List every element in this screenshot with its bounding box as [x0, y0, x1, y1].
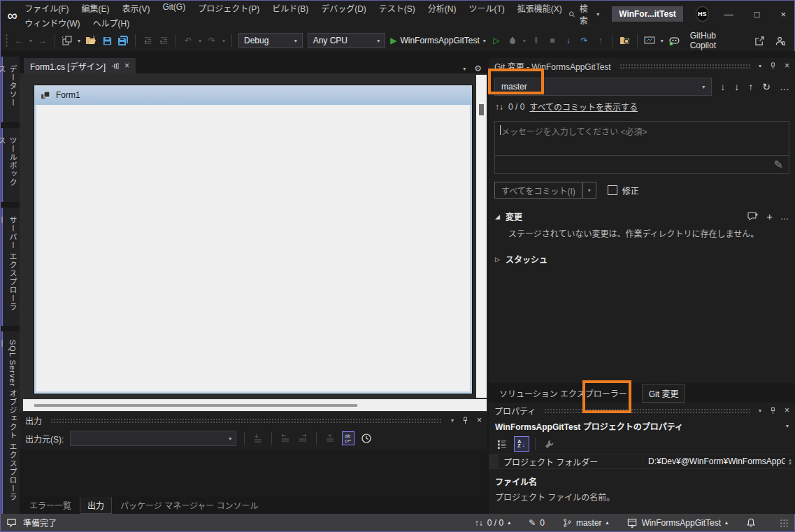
save-all-button[interactable] — [117, 34, 129, 48]
start-debugging-button[interactable]: ▶ WinFormsAppGitTest ▾ — [390, 36, 486, 45]
panel-drag-grip[interactable] — [544, 408, 750, 413]
undo-caret-icon[interactable]: ▾ — [199, 38, 201, 44]
amend-checkbox[interactable] — [608, 185, 617, 195]
fetch-button[interactable]: ↓ — [720, 81, 725, 92]
designer-vertical-scrollbar[interactable] — [476, 75, 487, 398]
step-out-button[interactable]: ↑ — [595, 34, 606, 48]
solution-configuration-dropdown[interactable]: Debug ▾ — [238, 33, 303, 48]
goto-message-icon[interactable] — [252, 431, 264, 445]
start-without-debugging-button[interactable]: ▷ — [491, 34, 502, 48]
feedback-bubble-icon[interactable] — [6, 518, 17, 528]
editor-settings-gear-icon[interactable]: ⚙ — [474, 64, 482, 73]
solution-platform-dropdown[interactable]: Any CPU ▾ — [308, 33, 386, 48]
property-pages-wrench-button[interactable] — [541, 436, 557, 452]
properties-object-dropdown[interactable]: WinFormsAppGitTest プロジェクトのプロパティ ▾ — [489, 418, 795, 434]
stop-button[interactable]: ■ — [547, 34, 558, 48]
commit-all-caret-icon[interactable]: ▾ — [582, 182, 596, 199]
status-current-branch[interactable]: master ▴ — [563, 518, 609, 528]
output-pin-icon[interactable] — [461, 417, 469, 424]
unindent-button[interactable] — [142, 34, 153, 48]
sidebar-tab-data-sources[interactable]: データソース — [1, 57, 20, 122]
status-sync-commits[interactable]: ↑↓ 0 / 0 ▴ — [475, 518, 510, 528]
search-box[interactable]: 検索 ▾ — [568, 2, 599, 26]
new-project-button[interactable] — [62, 34, 73, 48]
amend-checkbox-group[interactable]: 修正 — [608, 185, 639, 196]
menu-extensions[interactable]: 拡張機能(X) — [511, 1, 568, 15]
property-row-project-folder[interactable]: プロジェクト フォルダー D:¥Dev¥@WinForm¥WinFormsApp… — [489, 454, 795, 469]
step-over-button[interactable]: ↷ — [579, 34, 590, 48]
word-wrap-toggle[interactable]: ab c↵ — [342, 431, 354, 445]
status-pending-edits[interactable]: ✎ 0 — [529, 518, 545, 528]
menu-test[interactable]: テスト(S) — [373, 1, 422, 15]
document-tab-form1-designer[interactable]: Form1.cs [デザイン] × — [24, 58, 136, 73]
pause-button[interactable]: ‖ — [531, 34, 542, 48]
property-value-cell[interactable]: D:¥Dev¥@WinForm¥WinFormsAppGit — [643, 456, 785, 466]
feedback-icon[interactable] — [775, 34, 786, 48]
properties-close-icon[interactable]: × — [785, 405, 789, 415]
status-repository[interactable]: WinFormsAppGitTest ▴ — [627, 518, 728, 528]
undo-button[interactable]: ↶ — [182, 34, 194, 48]
output-text-area[interactable] — [20, 449, 487, 497]
navigate-back-button[interactable]: ← — [13, 34, 24, 48]
changes-section-header[interactable]: ◢ 変更 + … — [495, 210, 789, 222]
designer-horizontal-scrollbar[interactable] — [23, 399, 487, 411]
panel-drag-grip[interactable] — [50, 418, 443, 423]
changes-more-actions-icon[interactable]: … — [780, 212, 789, 222]
menu-view[interactable]: 表示(V) — [116, 1, 157, 15]
share-icon[interactable] — [754, 34, 765, 48]
indent-button[interactable] — [158, 34, 169, 48]
live-visual-tree-button[interactable] — [644, 34, 656, 48]
copilot-review-icon[interactable] — [747, 212, 759, 222]
categorized-view-button[interactable] — [494, 436, 510, 452]
push-button[interactable]: ↑ — [748, 81, 753, 92]
step-into-button[interactable]: ↓ — [563, 34, 574, 48]
output-close-icon[interactable]: × — [477, 415, 482, 425]
commit-all-button[interactable]: すべてをコミット(I) ▾ — [494, 182, 596, 199]
tab-output[interactable]: 出力 — [80, 497, 112, 514]
document-list-caret-icon[interactable]: ▾ — [463, 66, 466, 72]
alphabetical-sort-button[interactable]: A Z ↓ — [514, 436, 529, 452]
clear-all-icon[interactable] — [324, 431, 336, 445]
new-project-caret-icon[interactable]: ▾ — [78, 38, 80, 44]
property-grid-scrollbar[interactable]: ▴ ▾ — [785, 458, 795, 465]
notifications-bell-icon[interactable] — [746, 517, 756, 528]
output-window-menu-caret-icon[interactable]: ▾ — [451, 417, 454, 424]
commit-message-box[interactable]: メッセージを入力してください <必須> ✎ — [494, 121, 789, 174]
generate-commit-message-icon[interactable]: ✎ — [774, 158, 783, 171]
hot-reload-caret-icon[interactable]: ▾ — [523, 38, 526, 44]
close-button[interactable]: × — [780, 9, 786, 20]
properties-menu-caret-icon[interactable]: ▾ — [759, 408, 761, 414]
next-message-icon[interactable] — [297, 431, 308, 445]
stash-collapsed-icon[interactable]: ▷ — [495, 256, 500, 263]
tab-error-list[interactable]: エラー一覧 — [22, 497, 78, 513]
navigate-forward-button[interactable]: → — [37, 34, 48, 48]
user-avatar[interactable]: HS — [696, 6, 709, 22]
toolbar-grip[interactable] — [5, 34, 8, 48]
stash-section-header[interactable]: ▷ スタッシュ — [489, 239, 795, 279]
pin-icon[interactable] — [111, 62, 119, 70]
git-close-icon[interactable]: × — [785, 61, 789, 71]
menu-project[interactable]: プロジェクト(P) — [192, 1, 266, 15]
git-window-menu-caret-icon[interactable]: ▾ — [759, 63, 761, 69]
output-source-dropdown[interactable]: ▾ — [70, 431, 236, 446]
menu-debug[interactable]: デバッグ(D) — [315, 1, 373, 15]
branch-selector-dropdown[interactable]: master ▾ — [494, 78, 712, 96]
stage-all-icon[interactable]: + — [766, 210, 773, 222]
sidebar-tab-server-explorer[interactable]: サーバー エクスプローラー — [1, 208, 20, 325]
find-in-files-button[interactable] — [619, 34, 631, 48]
redo-caret-icon[interactable]: ▾ — [222, 38, 225, 44]
changes-expanded-icon[interactable]: ◢ — [495, 213, 500, 220]
sidebar-tab-toolbox[interactable]: ツールボックス — [1, 128, 20, 202]
tab-package-manager-console[interactable]: パッケージ マネージャー コンソール — [113, 497, 266, 513]
github-copilot-label[interactable]: GitHub Copilot — [690, 31, 744, 50]
git-more-actions-button[interactable]: … — [780, 81, 789, 92]
pull-button[interactable]: ↓ — [734, 81, 739, 92]
hot-reload-button[interactable] — [507, 34, 518, 48]
resize-grip[interactable] — [780, 519, 789, 528]
minimize-button[interactable]: — — [724, 9, 733, 20]
document-close-icon[interactable]: × — [124, 61, 129, 71]
menu-file[interactable]: ファイル(F) — [18, 1, 75, 15]
git-pin-icon[interactable] — [769, 62, 777, 70]
show-all-commits-link[interactable]: すべてのコミットを表示する — [529, 101, 638, 113]
menu-analyze[interactable]: 分析(N) — [422, 1, 463, 15]
